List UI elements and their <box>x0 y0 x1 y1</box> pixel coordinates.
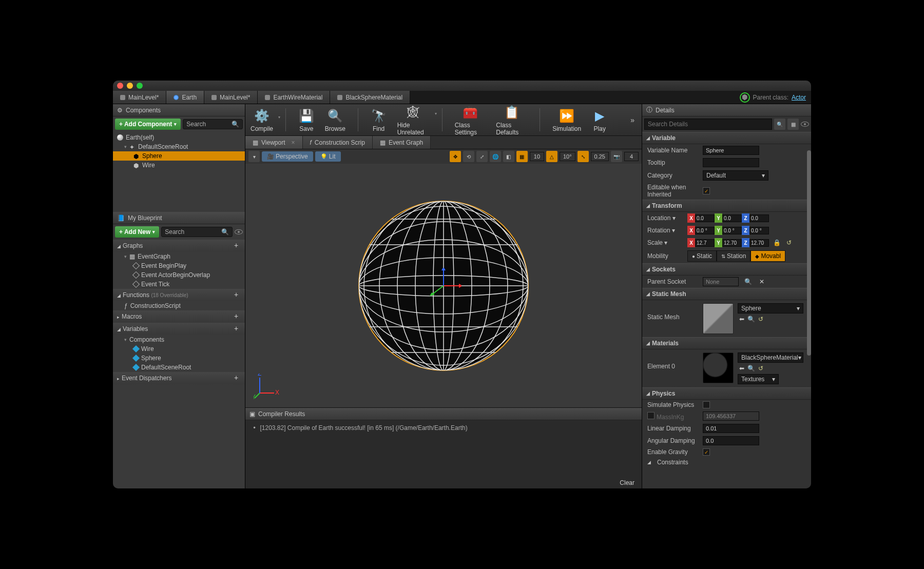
details-search[interactable] <box>644 119 772 130</box>
world-local-toggle[interactable]: 🌐 <box>490 151 501 162</box>
graphs-header[interactable]: ◢Graphs+ <box>113 240 245 252</box>
materials-section[interactable]: ◢Materials <box>642 337 811 349</box>
constraints-label[interactable]: Constraints <box>657 459 688 466</box>
compiler-header[interactable]: ▣Compiler Results <box>245 408 642 420</box>
location-z-input[interactable] <box>749 214 769 222</box>
browse-icon[interactable]: 🔍 <box>746 316 757 323</box>
material-thumbnail[interactable] <box>703 352 734 383</box>
staticmesh-thumbnail[interactable] <box>703 303 734 334</box>
angle-snap-value[interactable]: 10° <box>560 152 575 161</box>
lock-icon[interactable]: 🔒 <box>773 239 781 246</box>
myblueprint-header[interactable]: 📘 My Blueprint <box>113 212 245 224</box>
variables-components-group[interactable]: ▾Components <box>113 335 245 344</box>
linear-damping-input[interactable] <box>703 424 759 433</box>
translate-gizmo-icon[interactable]: ✥ <box>450 151 461 162</box>
compile-button[interactable]: ⚙️Compile▾ <box>251 108 273 132</box>
mass-checkbox[interactable] <box>647 412 654 419</box>
simulation-button[interactable]: ⏩Simulation <box>552 108 581 132</box>
var-defaultsceneroot[interactable]: DefaultSceneRoot <box>113 363 245 372</box>
scale-snap-value[interactable]: 0.25 <box>591 152 609 161</box>
maximize-window-icon[interactable] <box>137 83 143 89</box>
browse-button[interactable]: 🔍Browse <box>325 108 345 132</box>
component-sphere[interactable]: ⬢Sphere <box>113 151 245 161</box>
rotate-gizmo-icon[interactable]: ⟲ <box>463 151 474 162</box>
property-matrix-icon[interactable]: ▦ <box>787 119 799 130</box>
hide-unrelated-button[interactable]: 🕸Hide Unrelated▾ <box>397 104 430 136</box>
save-button[interactable]: 💾Save <box>298 108 315 132</box>
surface-snap-icon[interactable]: ◧ <box>503 151 514 162</box>
angle-snap-icon[interactable]: △ <box>546 151 557 162</box>
eventgraph-item[interactable]: ▾▦EventGraph <box>113 252 245 261</box>
play-button[interactable]: ▶Play <box>591 108 608 132</box>
var-sphere[interactable]: Sphere <box>113 354 245 363</box>
clear-button[interactable]: Clear <box>620 479 634 486</box>
class-settings-button[interactable]: 🧰Class Settings <box>455 104 486 136</box>
grid-snap-value[interactable]: 10 <box>530 152 544 161</box>
add-dispatcher-button[interactable]: + <box>232 374 241 383</box>
staticmesh-dropdown[interactable]: Sphere▾ <box>738 303 803 313</box>
scrollbar-thumb[interactable] <box>807 150 811 356</box>
var-wire[interactable]: Wire <box>113 344 245 354</box>
add-new-button[interactable]: + Add New▾ <box>115 226 159 238</box>
constructionscript-item[interactable]: ƒConstructionScript <box>113 301 245 310</box>
location-x-input[interactable] <box>695 214 715 222</box>
shield-icon[interactable] <box>740 92 750 103</box>
use-selected-icon[interactable]: ⬅ <box>738 316 746 323</box>
gravity-checkbox[interactable]: ✓ <box>703 448 710 456</box>
browse-icon[interactable]: 🔍 <box>746 365 757 372</box>
mobility-movable[interactable]: ◆ Movabl <box>750 250 785 262</box>
variable-name-input[interactable] <box>703 146 759 155</box>
add-component-button[interactable]: + Add Component▾ <box>115 119 181 130</box>
tab-mainlevel[interactable]: MainLevel* <box>113 91 166 104</box>
component-defaultsceneroot[interactable]: ▾✦DefaultSceneRoot <box>113 142 245 151</box>
lit-button[interactable]: 💡 Lit <box>315 151 341 162</box>
scale-z-input[interactable] <box>749 239 769 247</box>
camera-speed-icon[interactable]: 📷 <box>611 151 622 162</box>
reset-icon[interactable]: ↺ <box>757 316 765 323</box>
functions-header[interactable]: ◢Functions (18 Overridable)+ <box>113 289 245 301</box>
components-search[interactable]: Search 🔍 <box>183 119 243 129</box>
viewport-menu[interactable]: ▾ <box>248 151 260 162</box>
add-macro-button[interactable]: + <box>232 312 241 321</box>
close-icon[interactable]: ✕ <box>758 278 766 285</box>
mobility-stationary[interactable]: ⇅ Station <box>717 250 750 262</box>
transform-section[interactable]: ◢Transform <box>642 200 811 212</box>
viewport-tab[interactable]: ▦Viewport× <box>245 136 303 149</box>
transform-gizmo-icon[interactable] <box>426 268 461 304</box>
viewport[interactable]: X Y Z <box>245 164 642 407</box>
sockets-section[interactable]: ◢Sockets <box>642 263 811 276</box>
close-icon[interactable]: × <box>291 139 295 146</box>
details-header[interactable]: ⓘDetails <box>642 104 811 116</box>
staticmesh-section[interactable]: ◢Static Mesh <box>642 288 811 300</box>
mobility-static[interactable]: ● Static <box>687 250 717 262</box>
component-wire[interactable]: ⬢Wire <box>113 161 245 170</box>
scale-y-input[interactable] <box>722 239 742 247</box>
eye-icon[interactable] <box>235 229 243 234</box>
tab-blackspheremat[interactable]: BlackSphereMaterial <box>330 91 410 104</box>
tab-earth[interactable]: Earth <box>166 91 204 104</box>
rotation-z-input[interactable] <box>749 227 769 234</box>
close-window-icon[interactable] <box>117 83 123 89</box>
toolbar-overflow[interactable]: » <box>628 116 637 124</box>
parent-class-link[interactable]: Actor <box>792 94 806 101</box>
add-variable-button[interactable]: + <box>232 324 241 333</box>
event-graph-tab[interactable]: ▦Event Graph <box>373 136 431 149</box>
material-dropdown[interactable]: BlackSphereMaterial▾ <box>738 352 803 363</box>
angular-damping-input[interactable] <box>703 436 759 445</box>
perspective-button[interactable]: 🎥 Perspective <box>262 151 313 162</box>
search-icon[interactable]: 🔍 <box>743 278 754 285</box>
add-graph-button[interactable]: + <box>232 241 241 250</box>
event-beginplay[interactable]: Event BeginPlay <box>113 261 245 270</box>
reset-icon[interactable]: ↺ <box>757 365 765 372</box>
scale-x-input[interactable] <box>695 239 715 247</box>
chevron-down-icon[interactable]: ▾ <box>278 115 280 120</box>
category-dropdown[interactable]: Default▾ <box>703 170 768 181</box>
rotation-x-input[interactable] <box>695 227 715 234</box>
myblueprint-search[interactable]: Search🔍 <box>161 227 233 237</box>
tab-mainlevel-2[interactable]: MainLevel* <box>204 91 258 104</box>
find-button[interactable]: 🔭Find <box>371 108 387 132</box>
event-beginoverlap[interactable]: Event ActorBeginOverlap <box>113 270 245 280</box>
variables-header[interactable]: ◢Variables+ <box>113 323 245 335</box>
minimize-window-icon[interactable] <box>127 83 133 89</box>
macros-header[interactable]: ▸Macros+ <box>113 310 245 323</box>
